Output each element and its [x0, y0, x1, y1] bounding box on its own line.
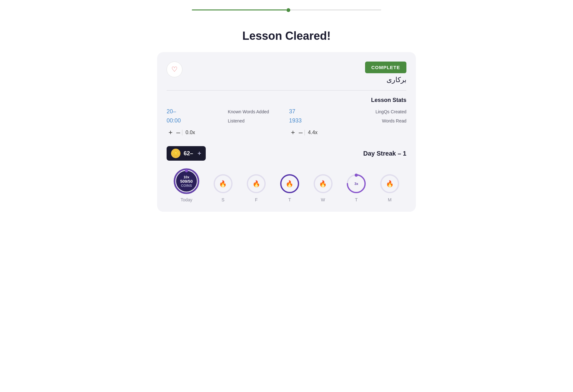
speed-control-1: + – 0.0x [167, 127, 223, 137]
heart-icon: ♡ [171, 65, 178, 74]
coins-streak-row: 🪙 62– + Day Streak – 1 [167, 146, 406, 161]
today-circle-inner: 10x 509/50 COINS [180, 175, 193, 187]
speed-decrease-1[interactable]: – [174, 128, 182, 137]
circle-t2-inner: 3x [354, 182, 358, 186]
speed-increase-2[interactable]: + [289, 128, 297, 137]
speed-value-1: 0.0x [182, 130, 195, 135]
svg-point-11 [355, 174, 358, 177]
circle-t1: 🔥 [279, 173, 301, 195]
listened-label: Listened [228, 118, 284, 123]
circle-s-inner: 🔥 [219, 180, 227, 187]
today-progress: 509/50 [180, 179, 193, 184]
today-circle: 10x 509/50 COINS [172, 167, 201, 195]
circle-t2: 3x [345, 173, 367, 195]
streak-day-s: 🔥 S [212, 173, 234, 202]
coins-badge: 🪙 62– + [167, 146, 206, 161]
flame-s: 🔥 [219, 180, 227, 187]
svg-point-3 [185, 169, 188, 172]
known-words-value: 20– [167, 108, 223, 115]
today-label: Today [180, 197, 192, 202]
lingqs-label: LingQs Created [350, 109, 406, 114]
streak-day-w: 🔥 W [312, 173, 334, 202]
today-multiplier: 10x [184, 175, 189, 179]
streak-day-f: 🔥 F [245, 173, 267, 202]
m-label: M [388, 197, 392, 202]
streak-day-m: 🔥 M [379, 173, 401, 202]
circle-m: 🔥 [379, 173, 401, 195]
t1-label: T [288, 197, 291, 202]
progress-track [192, 9, 381, 10]
coins-amount: 62– [184, 150, 193, 157]
circle-s: 🔥 [212, 173, 234, 195]
complete-button[interactable]: COMPLETE [365, 62, 406, 73]
main-card: ♡ COMPLETE برکاری Lesson Stats 20– Known… [157, 52, 416, 212]
speed-decrease-2[interactable]: – [297, 128, 304, 137]
streak-circles-row: 10x 509/50 COINS Today 🔥 S [167, 167, 406, 202]
streak-day-t1: 🔥 T [279, 173, 301, 202]
progress-fill [192, 9, 286, 10]
circle-t1-inner: 🔥 [286, 180, 293, 187]
known-words-label: Known Words Added [228, 109, 284, 114]
bottom-section: 🪙 62– + Day Streak – 1 10x [167, 146, 406, 202]
coin-icon: 🪙 [171, 149, 180, 158]
s-label: S [222, 197, 224, 202]
circle-w-inner: 🔥 [319, 180, 327, 187]
speed-increase-1[interactable]: + [167, 128, 174, 137]
card-header: ♡ COMPLETE برکاری [167, 62, 406, 84]
lesson-title: برکاری [387, 76, 406, 84]
favorite-button[interactable]: ♡ [167, 62, 182, 77]
w-label: W [321, 197, 325, 202]
circle-f-inner: 🔥 [252, 180, 260, 187]
flame-t1: 🔥 [286, 180, 293, 187]
streak-3x: 3x [354, 182, 358, 186]
divider [167, 90, 406, 91]
progress-dot [286, 8, 290, 12]
circle-m-inner: 🔥 [386, 180, 394, 187]
lesson-stats-title: Lesson Stats [167, 97, 406, 104]
lingqs-value: 37 [289, 108, 345, 115]
card-top-right: COMPLETE برکاری [365, 62, 406, 84]
listened-value: 00:00 [167, 117, 223, 124]
speed-value-2: 4.4x [304, 130, 317, 135]
speed-control-2: + – 4.4x [289, 127, 345, 137]
circle-w: 🔥 [312, 173, 334, 195]
words-read-label: Words Read [350, 118, 406, 123]
progress-bar [192, 9, 381, 10]
words-read-value: 1933 [289, 117, 345, 124]
flame-f: 🔥 [252, 180, 260, 187]
page-title: Lesson Cleared! [242, 29, 331, 43]
circle-f: 🔥 [245, 173, 267, 195]
flame-m: 🔥 [386, 180, 394, 187]
f-label: F [255, 197, 258, 202]
coins-plus: + [198, 150, 201, 157]
day-streak-label: Day Streak – 1 [363, 150, 406, 157]
t2-label: T [355, 197, 358, 202]
today-coins-label: COINS [181, 184, 192, 187]
streak-day-today: 10x 509/50 COINS Today [172, 167, 201, 202]
streak-day-t2: 3x T [345, 173, 367, 202]
flame-w: 🔥 [319, 180, 327, 187]
stats-grid: 20– Known Words Added 37 LingQs Created … [167, 108, 406, 137]
